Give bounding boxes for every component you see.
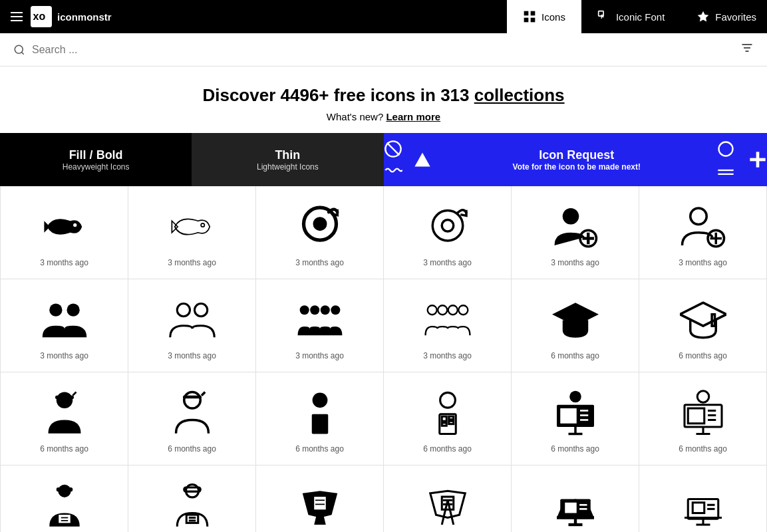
fish-fill-timestamp: 3 months ago <box>40 258 88 267</box>
svg-line-15 <box>386 143 399 156</box>
award-row4-6-icon <box>680 483 726 529</box>
icon-cell-user-add-thin[interactable]: 3 months ago <box>639 186 767 279</box>
nav-icons-label: Icons <box>541 11 565 23</box>
search-icon <box>13 44 25 56</box>
icon-cell-presenter-thin[interactable]: 6 months ago <box>639 372 767 466</box>
grad-student-fill1-icon <box>41 390 88 436</box>
reader-fill-timestamp: 6 months ago <box>295 444 344 454</box>
svg-rect-21 <box>750 158 765 162</box>
svg-point-46 <box>448 305 457 315</box>
graduation-thin-timestamp: 6 months ago <box>679 351 727 360</box>
icon-cell-row4-4[interactable]: 6 months ago <box>384 466 512 532</box>
triangle-icon <box>413 150 432 169</box>
icon-cell-row4-3[interactable]: 6 months ago <box>256 466 384 532</box>
svg-rect-86 <box>59 515 71 523</box>
svg-point-25 <box>313 217 327 231</box>
svg-point-44 <box>427 305 436 315</box>
svg-rect-67 <box>442 422 446 425</box>
svg-point-22 <box>73 223 77 226</box>
icon-cell-crowd-thin[interactable]: 3 months ago <box>384 279 512 372</box>
icons-nav-icon <box>523 10 536 23</box>
icon-cell-user-add-fill[interactable]: 3 months ago <box>512 186 639 279</box>
filter-icon[interactable] <box>740 41 754 58</box>
learn-more-link[interactable]: Learn more <box>386 111 440 122</box>
favorites-button[interactable]: Favorites <box>681 10 756 23</box>
icon-cell-grad-student1[interactable]: 6 months ago <box>1 372 128 466</box>
main-nav: Icons F Iconic Font <box>507 0 681 33</box>
hero-title-text: Discover 4496+ free icons in 313 <box>202 85 474 105</box>
icon-cell-graduation-thin[interactable]: 6 months ago <box>639 279 767 372</box>
svg-point-26 <box>432 210 463 241</box>
presenter-fill-timestamp: 6 months ago <box>551 444 599 454</box>
svg-rect-78 <box>688 408 704 424</box>
icon-cell-graduation-fill[interactable]: 6 months ago <box>512 279 639 372</box>
hamburger-menu[interactable] <box>11 12 23 21</box>
tab-icon-request[interactable]: Icon Request Vote for the icon to be mad… <box>384 133 768 186</box>
logo[interactable]: xo iconmonstr <box>31 6 507 27</box>
fish-fill-icon <box>41 203 88 250</box>
grad-student2-timestamp: 6 months ago <box>168 444 216 454</box>
svg-point-52 <box>56 392 73 408</box>
svg-point-9 <box>15 45 23 53</box>
icon-cell-grad-student2[interactable]: 6 months ago <box>128 372 256 466</box>
group-fill-timestamp: 3 months ago <box>40 351 88 360</box>
search-bar <box>0 33 767 66</box>
svg-rect-104 <box>565 502 577 513</box>
svg-text:F: F <box>601 13 604 20</box>
svg-point-37 <box>67 303 79 316</box>
iconic-font-nav-icon: F <box>597 10 611 23</box>
award-row4-1-icon <box>41 483 88 529</box>
tab-thin[interactable]: Thin Lightweight Icons <box>192 133 383 186</box>
icon-cell-crowd-fill[interactable]: 3 months ago <box>256 279 384 372</box>
icon-cell-presenter-fill[interactable]: 6 months ago <box>512 372 639 466</box>
logo-icon: xo <box>31 6 52 27</box>
icon-cell-row4-5[interactable]: 6 months ago <box>512 466 639 532</box>
svg-point-41 <box>310 305 319 315</box>
settings-refresh-fill-icon <box>297 203 343 250</box>
collections-link[interactable]: collections <box>474 85 565 105</box>
thin-sub: Lightweight Icons <box>257 162 319 172</box>
settings-refresh-thin-icon <box>424 203 471 250</box>
icon-cell-row4-1[interactable]: 6 months ago <box>1 466 128 532</box>
icon-cell-group-fill[interactable]: 3 months ago <box>1 279 128 372</box>
svg-point-23 <box>201 223 204 226</box>
icon-cell-fish-thin[interactable]: 3 months ago <box>128 186 256 279</box>
svg-point-32 <box>690 208 706 225</box>
svg-point-17 <box>719 142 733 156</box>
grad-student1-timestamp: 6 months ago <box>40 444 88 454</box>
icon-cell-reader-thin[interactable]: 6 months ago <box>384 372 512 466</box>
icon-cell-row4-6[interactable]: 6 months ago <box>639 466 767 532</box>
search-input[interactable] <box>32 44 734 56</box>
icon-cell-group-thin[interactable]: 3 months ago <box>128 279 256 372</box>
icon-cell-fish-fill[interactable]: 3 months ago <box>1 186 128 279</box>
svg-rect-58 <box>314 416 319 421</box>
award-row4-3-icon <box>297 483 343 529</box>
diag-lines-icon <box>716 161 735 180</box>
svg-point-54 <box>184 392 200 408</box>
icon-request-sub: Vote for the icon to be made next! <box>513 162 641 172</box>
settings-refresh-thin-timestamp: 3 months ago <box>423 258 472 267</box>
svg-point-42 <box>320 305 329 315</box>
logo-text: iconmonstr <box>57 11 112 23</box>
svg-rect-3 <box>531 11 536 16</box>
svg-point-56 <box>312 392 327 408</box>
svg-point-36 <box>49 303 62 316</box>
user-add-fill-icon <box>552 203 599 250</box>
tab-fill-bold[interactable]: Fill / Bold Heavyweight Icons <box>0 133 192 186</box>
blue-center-icons <box>413 150 432 169</box>
nav-icons[interactable]: Icons <box>507 0 581 33</box>
svg-rect-94 <box>314 497 326 509</box>
graduation-fill-timestamp: 6 months ago <box>551 351 599 360</box>
nav-iconic-font[interactable]: F Iconic Font <box>581 0 681 33</box>
icon-cell-row4-2[interactable]: 6 months ago <box>128 466 256 532</box>
icon-cell-settings-refresh-fill[interactable]: 3 months ago <box>256 186 384 279</box>
category-tabs: Fill / Bold Heavyweight Icons Thin Light… <box>0 133 767 186</box>
award-row4-2-icon <box>169 483 216 529</box>
plus-icon <box>748 150 767 169</box>
group-thin-icon <box>169 297 216 343</box>
icon-cell-reader-fill[interactable]: 6 months ago <box>256 372 384 466</box>
award-row4-4-icon <box>424 483 471 529</box>
circle-icon <box>716 140 735 158</box>
icon-cell-settings-refresh-thin[interactable]: 3 months ago <box>384 186 512 279</box>
svg-line-10 <box>21 52 23 54</box>
